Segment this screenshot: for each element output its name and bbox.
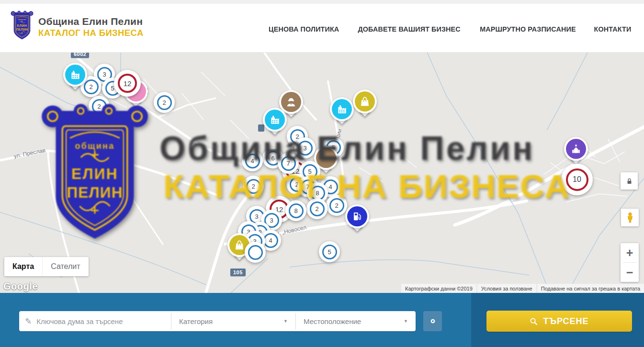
category-select-value: Категория [179, 317, 213, 325]
search-icon [530, 317, 538, 325]
search-fieldbar: ✎ Категория ▼ Местоположение ▼ [19, 311, 416, 331]
cluster-marker[interactable]: 12 [114, 70, 141, 97]
church-icon [570, 143, 582, 155]
municipality-emblem-icon: община ЕЛИН ПЕЛИН [11, 11, 34, 43]
factory-pin[interactable] [330, 97, 354, 128]
advanced-search-button[interactable] [423, 311, 442, 331]
pin-circle [353, 90, 377, 113]
cluster-count [248, 245, 263, 260]
svg-text:ЕЛИН: ЕЛИН [71, 165, 118, 182]
pin-circle [345, 204, 369, 228]
site-logo[interactable]: община ЕЛИН ПЕЛИН Община Елин Пелин КАТА… [11, 11, 144, 43]
cluster-count: 12 [118, 74, 137, 93]
zoom-in-button[interactable]: + [621, 243, 639, 262]
street-view-pegman-button[interactable] [621, 209, 639, 226]
search-button-label: ТЪРСЕНЕ [543, 316, 588, 326]
svg-text:ПЕЛИН: ПЕЛИН [67, 184, 123, 201]
search-section: ✎ Категория ▼ Местоположение ▼ [0, 293, 644, 347]
chevron-down-icon: ▼ [283, 319, 288, 324]
search-button[interactable]: ТЪРСЕНЕ [486, 311, 632, 332]
nav-item-pricing[interactable]: ЦЕНОВА ПОЛИТИКА [269, 25, 339, 33]
google-logo[interactable]: Google [3, 281, 38, 292]
worker-icon [285, 96, 297, 108]
fuel-pump-icon [351, 210, 363, 223]
watermark-title: Община Елин Пелин [159, 129, 534, 168]
pin-circle [63, 63, 87, 87]
site-title: Община Елин Пелин [38, 16, 144, 27]
cluster-count: 4 [263, 233, 278, 248]
site-subtitle: КАТАЛОГ НА БИЗНЕСА [38, 28, 144, 38]
page: община ЕЛИН ПЕЛИН Община Елин Пелин КАТА… [0, 0, 644, 347]
map-data-copyright: Картографски данни ©2019 [401, 284, 476, 293]
pin-circle [564, 137, 588, 161]
map-type-control: Карта Сателит [4, 257, 89, 276]
watermark-subtitle: КАТАЛОГ НА БИЗНЕСА [163, 168, 570, 205]
cluster-marker[interactable]: 2 [154, 92, 175, 113]
zoom-out-button[interactable]: − [621, 263, 639, 282]
svg-text:община: община [18, 19, 26, 21]
keyword-input[interactable] [36, 317, 165, 325]
shopping-bag-pin[interactable] [353, 90, 377, 120]
cluster-marker[interactable] [245, 242, 266, 263]
logo-text: Община Елин Пелин КАТАЛОГ НА БИЗНЕСА [38, 16, 144, 38]
pencil-icon: ✎ [25, 316, 32, 326]
pin-circle [330, 97, 354, 121]
map-attribution: Картографски данни ©2019 Условия за полз… [401, 284, 644, 293]
factory-icon [69, 68, 81, 81]
factory-icon [336, 103, 348, 115]
keyword-field[interactable]: ✎ [19, 311, 171, 331]
nav-item-transport-schedule[interactable]: МАРШРУТНО РАЗПИСАНИЕ [480, 25, 576, 33]
header: община ЕЛИН ПЕЛИН Община Елин Пелин КАТА… [0, 0, 644, 53]
cluster-marker[interactable]: 5 [319, 241, 340, 262]
location-select-value: Местоположение [304, 317, 361, 325]
pegman-icon [624, 212, 636, 224]
top-strip [0, 0, 644, 4]
gear-icon [428, 316, 438, 326]
lock-button[interactable] [621, 172, 638, 190]
svg-text:ПЕЛИН: ПЕЛИН [16, 28, 28, 31]
church-pin[interactable] [564, 137, 588, 168]
main-nav: ЦЕНОВА ПОЛИТИКА ДОБАВЕТЕ ВАШИЯТ БИЗНЕС М… [267, 25, 632, 33]
category-select[interactable]: Категория ▼ [171, 311, 295, 331]
svg-text:ЕЛИН: ЕЛИН [17, 24, 27, 27]
cluster-count: 8 [289, 203, 304, 218]
shopping-bag-icon [359, 95, 371, 108]
fuel-pin[interactable] [345, 204, 369, 235]
nav-item-add-business[interactable]: ДОБАВЕТЕ ВАШИЯТ БИЗНЕС [358, 25, 460, 33]
factory-icon [269, 113, 281, 126]
nav-item-contacts[interactable]: КОНТАКТИ [594, 25, 632, 33]
cluster-count: 2 [157, 95, 172, 110]
location-select[interactable]: Местоположение ▼ [296, 311, 416, 331]
cluster-count: 5 [322, 245, 337, 259]
watermark-emblem: община ЕЛИН ПЕЛИН [41, 103, 149, 248]
factory-pin[interactable] [63, 63, 87, 93]
map-type-satellite-button[interactable]: Сателит [42, 257, 88, 276]
chevron-down-icon: ▼ [404, 319, 408, 324]
svg-text:община: община [75, 141, 114, 151]
zoom-control: + − [621, 243, 639, 282]
google-map[interactable]: ул. Преславбул. „Новоселции6002105 32512… [0, 53, 644, 293]
terms-of-use-link[interactable]: Условия за ползване [477, 284, 536, 293]
shopping-bag-icon [233, 239, 246, 251]
pin-circle [263, 108, 287, 132]
report-map-error-link[interactable]: Подаване на сигнал за грешка в картата [537, 284, 644, 293]
map-type-map-button[interactable]: Карта [4, 257, 42, 276]
lock-icon [625, 177, 634, 186]
